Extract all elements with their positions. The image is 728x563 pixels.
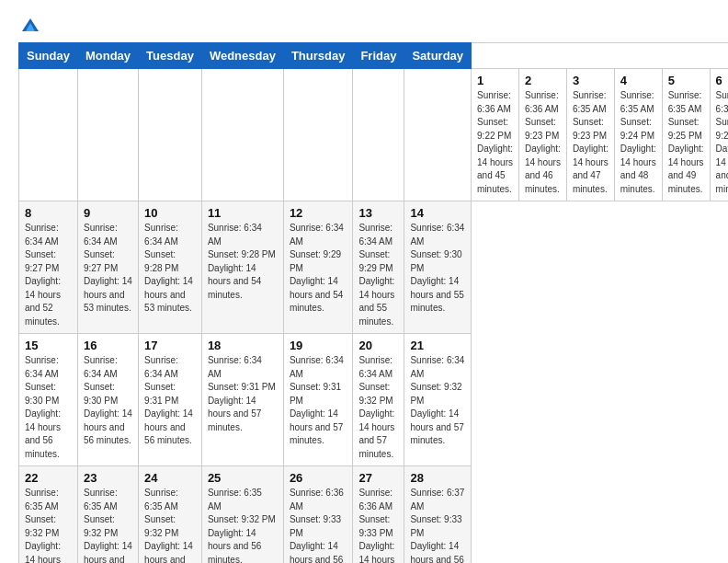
day-number: 23 bbox=[84, 471, 132, 485]
weekday-header-saturday: Saturday bbox=[404, 43, 472, 69]
day-number: 22 bbox=[25, 471, 72, 485]
day-number: 21 bbox=[410, 339, 465, 352]
calendar-cell: 15Sunrise: 6:34 AMSunset: 9:30 PMDayligh… bbox=[19, 334, 78, 466]
weekday-header-thursday: Thursday bbox=[283, 43, 353, 69]
calendar-cell: 18Sunrise: 6:34 AMSunset: 9:31 PMDayligh… bbox=[201, 334, 283, 466]
day-number: 24 bbox=[144, 471, 196, 485]
day-info: Sunrise: 6:34 AMSunset: 9:27 PMDaylight:… bbox=[25, 222, 72, 328]
day-info: Sunrise: 6:34 AMSunset: 9:28 PMDaylight:… bbox=[144, 222, 196, 316]
calendar-table: SundayMondayTuesdayWednesdayThursdayFrid… bbox=[18, 42, 728, 563]
day-info: Sunrise: 6:35 AMSunset: 9:32 PMDaylight:… bbox=[25, 487, 72, 563]
day-number: 6 bbox=[716, 74, 728, 87]
calendar-cell: 2Sunrise: 6:36 AMSunset: 9:23 PMDaylight… bbox=[518, 69, 566, 201]
calendar-cell: 28Sunrise: 6:37 AMSunset: 9:33 PMDayligh… bbox=[404, 466, 472, 564]
day-info: Sunrise: 6:34 AMSunset: 9:30 PMDaylight:… bbox=[84, 354, 132, 448]
day-info: Sunrise: 6:34 AMSunset: 9:31 PMDaylight:… bbox=[208, 354, 278, 434]
day-info: Sunrise: 6:34 AMSunset: 9:31 PMDaylight:… bbox=[144, 354, 196, 448]
day-info: Sunrise: 6:34 AMSunset: 9:29 PMDaylight:… bbox=[358, 222, 398, 328]
day-number: 11 bbox=[208, 206, 278, 220]
day-number: 1 bbox=[477, 74, 513, 87]
calendar-week-row: 8Sunrise: 6:34 AMSunset: 9:27 PMDaylight… bbox=[19, 201, 729, 334]
day-number: 12 bbox=[290, 206, 347, 220]
day-info: Sunrise: 6:35 AMSunset: 9:32 PMDaylight:… bbox=[208, 487, 278, 563]
calendar-cell: 24Sunrise: 6:35 AMSunset: 9:32 PMDayligh… bbox=[139, 466, 202, 564]
day-number: 19 bbox=[290, 339, 347, 352]
day-number: 10 bbox=[144, 206, 196, 220]
calendar-cell: 23Sunrise: 6:35 AMSunset: 9:32 PMDayligh… bbox=[77, 466, 138, 564]
calendar-week-row: 1Sunrise: 6:36 AMSunset: 9:22 PMDaylight… bbox=[19, 69, 729, 201]
logo-icon bbox=[22, 18, 39, 31]
calendar-cell: 21Sunrise: 6:34 AMSunset: 9:32 PMDayligh… bbox=[404, 334, 472, 466]
day-info: Sunrise: 6:34 AMSunset: 9:28 PMDaylight:… bbox=[208, 222, 278, 302]
calendar-week-row: 22Sunrise: 6:35 AMSunset: 9:32 PMDayligh… bbox=[19, 466, 729, 564]
weekday-header-sunday: Sunday bbox=[19, 43, 78, 69]
day-info: Sunrise: 6:34 AMSunset: 9:29 PMDaylight:… bbox=[290, 222, 347, 316]
day-info: Sunrise: 6:35 AMSunset: 9:25 PMDaylight:… bbox=[668, 89, 704, 196]
calendar-cell bbox=[404, 69, 472, 201]
day-number: 26 bbox=[290, 471, 347, 485]
calendar-cell: 12Sunrise: 6:34 AMSunset: 9:29 PMDayligh… bbox=[283, 201, 353, 334]
day-info: Sunrise: 6:36 AMSunset: 9:33 PMDaylight:… bbox=[290, 487, 347, 563]
calendar-cell: 14Sunrise: 6:34 AMSunset: 9:30 PMDayligh… bbox=[404, 201, 472, 334]
day-number: 9 bbox=[84, 206, 132, 220]
day-number: 27 bbox=[358, 471, 398, 485]
weekday-header-wednesday: Wednesday bbox=[201, 43, 283, 69]
day-number: 25 bbox=[208, 471, 278, 485]
calendar-cell: 20Sunrise: 6:34 AMSunset: 9:32 PMDayligh… bbox=[353, 334, 404, 466]
calendar-cell: 5Sunrise: 6:35 AMSunset: 9:25 PMDaylight… bbox=[662, 69, 710, 201]
calendar-cell bbox=[353, 69, 404, 201]
calendar-cell: 4Sunrise: 6:35 AMSunset: 9:24 PMDaylight… bbox=[614, 69, 662, 201]
calendar-cell: 1Sunrise: 6:36 AMSunset: 9:22 PMDaylight… bbox=[472, 69, 519, 201]
calendar-cell: 25Sunrise: 6:35 AMSunset: 9:32 PMDayligh… bbox=[201, 466, 283, 564]
calendar-header-row: SundayMondayTuesdayWednesdayThursdayFrid… bbox=[19, 43, 729, 69]
calendar-cell bbox=[201, 69, 283, 201]
calendar-cell: 19Sunrise: 6:34 AMSunset: 9:31 PMDayligh… bbox=[283, 334, 353, 466]
calendar-cell: 16Sunrise: 6:34 AMSunset: 9:30 PMDayligh… bbox=[77, 334, 138, 466]
day-info: Sunrise: 6:34 AMSunset: 9:30 PMDaylight:… bbox=[25, 354, 72, 461]
day-number: 2 bbox=[525, 74, 561, 87]
day-number: 28 bbox=[410, 471, 465, 485]
calendar-cell: 17Sunrise: 6:34 AMSunset: 9:31 PMDayligh… bbox=[139, 334, 202, 466]
calendar-cell: 22Sunrise: 6:35 AMSunset: 9:32 PMDayligh… bbox=[19, 466, 78, 564]
weekday-header-tuesday: Tuesday bbox=[139, 43, 202, 69]
page-header bbox=[18, 18, 710, 31]
day-info: Sunrise: 6:36 AMSunset: 9:33 PMDaylight:… bbox=[358, 487, 398, 563]
calendar-cell bbox=[283, 69, 353, 201]
calendar-cell bbox=[77, 69, 138, 201]
day-info: Sunrise: 6:36 AMSunset: 9:23 PMDaylight:… bbox=[525, 89, 561, 196]
day-info: Sunrise: 6:35 AMSunset: 9:32 PMDaylight:… bbox=[144, 487, 196, 563]
day-info: Sunrise: 6:34 AMSunset: 9:31 PMDaylight:… bbox=[290, 354, 347, 448]
day-number: 16 bbox=[84, 339, 132, 352]
calendar-cell: 26Sunrise: 6:36 AMSunset: 9:33 PMDayligh… bbox=[283, 466, 353, 564]
calendar-cell bbox=[139, 69, 202, 201]
day-info: Sunrise: 6:34 AMSunset: 9:30 PMDaylight:… bbox=[410, 222, 465, 316]
day-info: Sunrise: 6:35 AMSunset: 9:25 PMDaylight:… bbox=[716, 89, 728, 196]
day-info: Sunrise: 6:35 AMSunset: 9:23 PMDaylight:… bbox=[573, 89, 609, 196]
calendar-cell: 8Sunrise: 6:34 AMSunset: 9:27 PMDaylight… bbox=[19, 201, 78, 334]
calendar-cell: 11Sunrise: 6:34 AMSunset: 9:28 PMDayligh… bbox=[201, 201, 283, 334]
calendar-cell bbox=[19, 69, 78, 201]
day-info: Sunrise: 6:34 AMSunset: 9:32 PMDaylight:… bbox=[358, 354, 398, 461]
calendar-cell: 27Sunrise: 6:36 AMSunset: 9:33 PMDayligh… bbox=[353, 466, 404, 564]
day-number: 4 bbox=[620, 74, 656, 87]
logo bbox=[18, 18, 39, 31]
calendar-cell: 3Sunrise: 6:35 AMSunset: 9:23 PMDaylight… bbox=[566, 69, 614, 201]
calendar-body: 1Sunrise: 6:36 AMSunset: 9:22 PMDaylight… bbox=[19, 69, 729, 564]
calendar-week-row: 15Sunrise: 6:34 AMSunset: 9:30 PMDayligh… bbox=[19, 334, 729, 466]
day-info: Sunrise: 6:34 AMSunset: 9:27 PMDaylight:… bbox=[84, 222, 132, 316]
day-number: 20 bbox=[358, 339, 398, 352]
day-number: 8 bbox=[25, 206, 72, 220]
day-number: 13 bbox=[358, 206, 398, 220]
day-info: Sunrise: 6:37 AMSunset: 9:33 PMDaylight:… bbox=[410, 487, 465, 563]
calendar-cell: 6Sunrise: 6:35 AMSunset: 9:25 PMDaylight… bbox=[710, 69, 728, 201]
day-info: Sunrise: 6:34 AMSunset: 9:32 PMDaylight:… bbox=[410, 354, 465, 448]
calendar-cell: 9Sunrise: 6:34 AMSunset: 9:27 PMDaylight… bbox=[77, 201, 138, 334]
day-number: 14 bbox=[410, 206, 465, 220]
calendar-cell: 13Sunrise: 6:34 AMSunset: 9:29 PMDayligh… bbox=[353, 201, 404, 334]
day-number: 15 bbox=[25, 339, 72, 352]
day-number: 5 bbox=[668, 74, 704, 87]
day-number: 3 bbox=[573, 74, 609, 87]
day-info: Sunrise: 6:35 AMSunset: 9:32 PMDaylight:… bbox=[84, 487, 132, 563]
day-info: Sunrise: 6:35 AMSunset: 9:24 PMDaylight:… bbox=[620, 89, 656, 196]
day-number: 18 bbox=[208, 339, 278, 352]
